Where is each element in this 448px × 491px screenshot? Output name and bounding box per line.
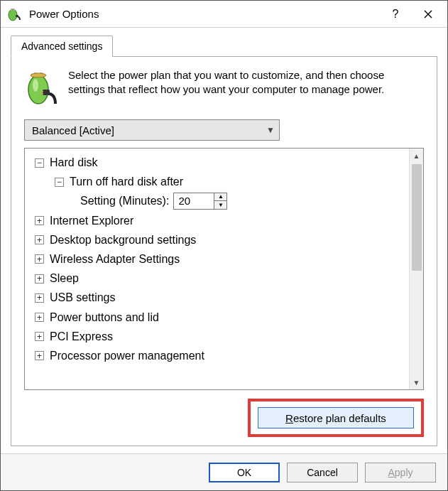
scroll-down-icon[interactable]: ▼ — [410, 375, 423, 389]
tree-node-pci-express[interactable]: +PCI Express — [29, 327, 408, 346]
expand-icon[interactable]: + — [35, 313, 44, 322]
power-plan-selected: Balanced [Active] — [32, 124, 114, 136]
dialog-footer: OK Cancel Apply — [1, 453, 447, 490]
settings-tree[interactable]: −Hard disk −Turn off hard disk after Set… — [25, 149, 409, 389]
power-options-window: Power Options ? Advanced settings — [0, 0, 448, 491]
expand-icon[interactable]: + — [35, 254, 44, 264]
collapse-icon[interactable]: − — [55, 178, 64, 187]
tree-node-processor-power[interactable]: +Processor power management — [29, 346, 408, 365]
minutes-input[interactable] — [174, 193, 214, 209]
cancel-button[interactable]: Cancel — [287, 463, 358, 482]
tab-panel: Select the power plan that you want to c… — [11, 56, 437, 446]
restore-highlight: Restore plan defaults — [248, 399, 424, 437]
setting-label: Setting (Minutes): — [80, 191, 169, 210]
expand-icon[interactable]: + — [35, 216, 44, 225]
tree-node-internet-explorer[interactable]: +Internet Explorer — [29, 211, 408, 230]
svg-rect-1 — [11, 9, 12, 11]
svg-rect-3 — [16, 15, 18, 17]
chevron-down-icon: ▼ — [266, 125, 275, 135]
battery-plug-large-icon — [24, 68, 58, 107]
svg-point-7 — [33, 79, 38, 92]
svg-rect-11 — [43, 90, 50, 95]
restore-plan-defaults-button[interactable]: Restore plan defaults — [258, 407, 414, 428]
close-button[interactable] — [412, 4, 444, 25]
tree-node-hard-disk[interactable]: −Hard disk — [29, 153, 408, 172]
tree-node-sleep[interactable]: +Sleep — [29, 269, 408, 288]
svg-point-0 — [9, 9, 17, 21]
intro-row: Select the power plan that you want to c… — [24, 68, 424, 107]
tab-advanced-settings[interactable]: Advanced settings — [11, 36, 113, 57]
collapse-icon[interactable]: − — [35, 158, 44, 168]
tree-node-wireless-adapter[interactable]: +Wireless Adapter Settings — [29, 249, 408, 269]
ok-button[interactable]: OK — [209, 463, 280, 482]
expand-icon[interactable]: + — [35, 293, 44, 303]
tree-scrollbar[interactable]: ▲ ▼ — [409, 149, 423, 389]
minutes-spinner[interactable]: ▲ ▼ — [173, 193, 227, 210]
apply-button[interactable]: Apply — [365, 463, 436, 482]
tree-setting-row: Setting (Minutes): ▲ ▼ — [29, 191, 408, 210]
tree-node-turn-off-hard-disk[interactable]: −Turn off hard disk after — [29, 172, 408, 191]
close-icon — [424, 10, 432, 18]
svg-point-10 — [31, 73, 46, 77]
expand-icon[interactable]: + — [35, 351, 44, 360]
window-title: Power Options — [29, 8, 379, 20]
tree-node-usb-settings[interactable]: +USB settings — [29, 288, 408, 307]
expand-icon[interactable]: + — [35, 235, 44, 244]
help-button[interactable]: ? — [379, 4, 412, 25]
spin-up-icon[interactable]: ▲ — [214, 193, 226, 202]
client-area: Advanced settings Select the power plan … — [1, 28, 447, 453]
battery-plug-icon — [6, 6, 22, 22]
tree-node-desktop-background[interactable]: +Desktop background settings — [29, 230, 408, 249]
scroll-up-icon[interactable]: ▲ — [410, 149, 423, 163]
svg-rect-12 — [41, 91, 43, 92]
power-plan-dropdown[interactable]: Balanced [Active] ▼ — [24, 119, 280, 141]
scroll-thumb[interactable] — [412, 164, 422, 271]
svg-rect-2 — [13, 9, 15, 11]
titlebar: Power Options ? — [1, 1, 447, 28]
spin-down-icon[interactable]: ▼ — [214, 201, 226, 209]
tabstrip: Advanced settings — [11, 36, 437, 57]
intro-text: Select the power plan that you want to c… — [68, 68, 424, 107]
expand-icon[interactable]: + — [35, 274, 44, 284]
svg-rect-13 — [41, 93, 43, 95]
settings-tree-container: −Hard disk −Turn off hard disk after Set… — [24, 148, 424, 390]
expand-icon[interactable]: + — [35, 332, 44, 341]
tree-node-power-buttons-lid[interactable]: +Power buttons and lid — [29, 308, 408, 327]
